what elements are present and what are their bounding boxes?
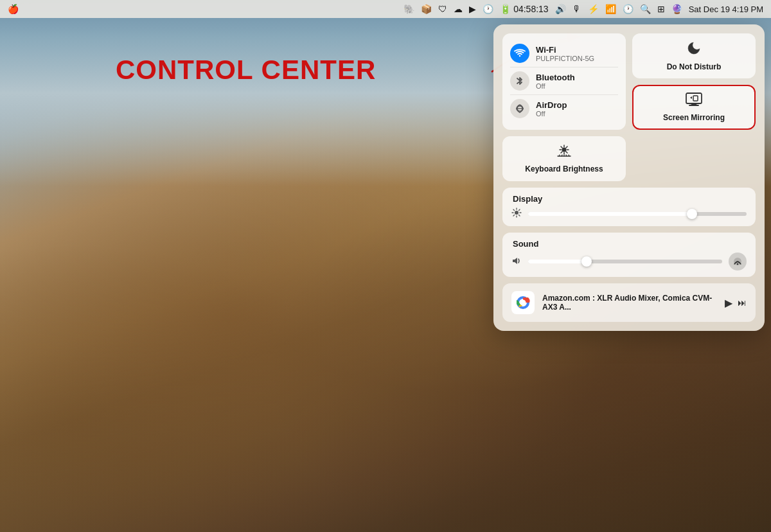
keyboard-brightness-label: Keyboard Brightness (525, 164, 603, 173)
svg-line-12 (566, 146, 567, 148)
now-playing-info: Amazon.com : XLR Audio Mixer, Comica CVM… (542, 294, 717, 312)
control-center-icon[interactable]: ⊞ (657, 4, 665, 14)
bluetooth-status: Off (536, 82, 575, 90)
menubar: 🍎 🐘 📦 🛡 ☁ ▶ 🕐 🔋 04:58:13 🔊 🎙 ⚡ 📶 🕐 🔍 ⊞ 🔮… (0, 0, 771, 18)
menubar-right: 🐘 📦 🛡 ☁ ▶ 🕐 🔋 04:58:13 🔊 🎙 ⚡ 📶 🕐 🔍 ⊞ 🔮 S… (403, 4, 763, 14)
control-center-panel: Wi-Fi PULPFICTION-5G Bluetooth Off (493, 24, 765, 331)
bluetooth-icon (510, 71, 529, 91)
do-not-disturb-label: Do Not Disturb (667, 62, 722, 71)
desktop: 🍎 🐘 📦 🛡 ☁ ▶ 🕐 🔋 04:58:13 🔊 🎙 ⚡ 📶 🕐 🔍 ⊞ 🔮… (0, 0, 771, 532)
volume-icon[interactable]: 🔊 (555, 4, 566, 14)
wifi-item[interactable]: Wi-Fi PULPFICTION-5G (510, 40, 618, 67)
svg-point-30 (737, 263, 738, 265)
dropbox-icon[interactable]: 📦 (421, 4, 432, 14)
brightness-icon (511, 208, 522, 220)
display-slider[interactable] (528, 212, 747, 216)
svg-point-20 (515, 211, 518, 215)
svg-line-27 (519, 209, 520, 211)
control-center-label: CONTROL CENTER (116, 55, 376, 85)
mic-off-icon[interactable]: 🎙 (572, 4, 581, 14)
bluetooth-text: Bluetooth Off (536, 73, 575, 90)
sound-slider-thumb (581, 256, 592, 267)
charging-icon[interactable]: ⚡ (588, 4, 599, 14)
airdrop-item[interactable]: AirDrop Off (510, 95, 618, 122)
svg-line-13 (561, 152, 562, 153)
svg-rect-4 (693, 96, 698, 101)
svg-line-11 (566, 152, 567, 153)
airdrop-status: Off (536, 110, 567, 118)
svg-line-26 (519, 215, 520, 217)
wifi-text: Wi-Fi PULPFICTION-5G (536, 45, 594, 62)
bluetooth-name: Bluetooth (536, 73, 575, 82)
svg-point-5 (562, 148, 567, 152)
wifi-icon (510, 44, 529, 63)
keyboard-brightness-tile[interactable]: Keyboard Brightness (502, 136, 626, 181)
svg-line-25 (513, 209, 515, 211)
menubar-left: 🍎 (8, 4, 19, 14)
playback-controls: ▶ ⏭ (725, 297, 747, 309)
play-button[interactable]: ▶ (725, 297, 732, 309)
screen-mirroring-tile[interactable]: Screen Mirroring (632, 85, 756, 130)
skip-forward-button[interactable]: ⏭ (738, 297, 747, 308)
now-playing-section: Amazon.com : XLR Audio Mixer, Comica CVM… (502, 283, 756, 322)
siri-icon[interactable]: 🔮 (671, 4, 682, 14)
chrome-icon (511, 291, 535, 314)
airdrop-text: AirDrop Off (536, 100, 567, 118)
airplay-audio-icon[interactable] (729, 253, 747, 270)
screen-mirroring-icon (686, 93, 702, 111)
svg-point-33 (520, 300, 526, 306)
airdrop-icon (510, 99, 529, 118)
display-slider-fill (528, 212, 692, 216)
display-section-label: Display (511, 194, 747, 204)
airdrop-name: AirDrop (536, 100, 567, 110)
do-not-disturb-tile[interactable]: Do Not Disturb (632, 33, 756, 78)
wifi-name: Wi-Fi (536, 45, 594, 55)
time-icon[interactable]: 🕐 (623, 4, 634, 14)
volume-low-icon (511, 256, 522, 267)
sound-section-label: Sound (511, 239, 747, 249)
keyboard-brightness-icon (555, 144, 573, 162)
apple-menu-icon[interactable]: 🍎 (8, 4, 19, 14)
wifi-network: PULPFICTION-5G (536, 55, 594, 62)
network-tile: Wi-Fi PULPFICTION-5G Bluetooth Off (502, 33, 626, 130)
bluetooth-item[interactable]: Bluetooth Off (510, 67, 618, 95)
cloud-icon[interactable]: ☁ (454, 4, 463, 14)
moon-icon (686, 40, 702, 60)
time-machine-icon[interactable]: 🕐 (483, 4, 493, 14)
svg-rect-2 (686, 93, 702, 103)
sound-section: Sound (502, 233, 756, 277)
evernote-icon[interactable]: 🐘 (403, 4, 414, 14)
now-playing-title: Amazon.com : XLR Audio Mixer, Comica CVM… (542, 294, 717, 312)
security-icon[interactable]: 🛡 (438, 4, 447, 14)
display-slider-row[interactable] (511, 208, 747, 220)
sound-slider-row[interactable] (511, 253, 747, 270)
datetime: Sat Dec 19 4:19 PM (689, 4, 763, 14)
display-slider-thumb (687, 209, 697, 219)
svg-line-10 (561, 146, 562, 148)
wifi-menubar-icon[interactable]: 📶 (605, 4, 616, 14)
svg-line-28 (513, 215, 515, 217)
play-icon[interactable]: ▶ (469, 4, 476, 14)
battery-icon[interactable]: 🔋 04:58:13 (500, 4, 548, 14)
display-section: Display (502, 188, 756, 226)
screen-mirroring-label: Screen Mirroring (663, 113, 725, 122)
sound-slider-fill (528, 260, 587, 263)
sound-slider[interactable] (528, 260, 722, 263)
search-icon[interactable]: 🔍 (640, 4, 651, 14)
